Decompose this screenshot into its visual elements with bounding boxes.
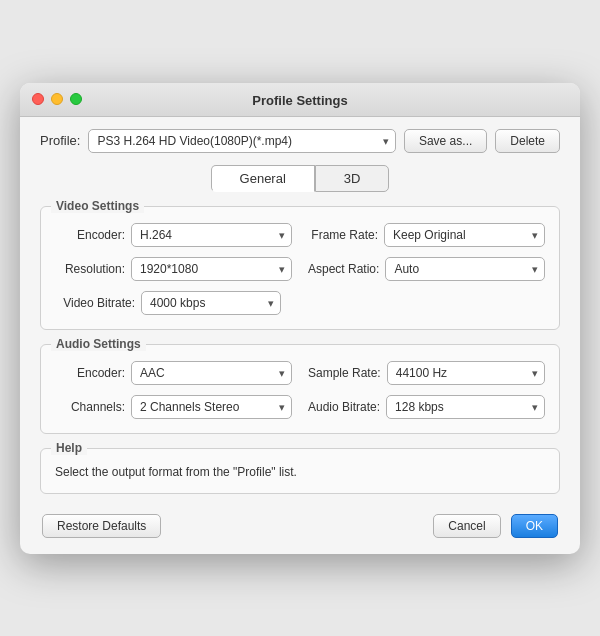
- audio-bitrate-select[interactable]: 128 kbps 64 kbps 192 kbps 256 kbps: [386, 395, 545, 419]
- encoder-select-wrapper: H.264 H.265 MPEG-4: [131, 223, 292, 247]
- window-title: Profile Settings: [252, 93, 347, 108]
- bottom-bar: Restore Defaults Cancel OK: [40, 514, 560, 538]
- resolution-select-wrapper: 1920*1080 1280*720 854*480: [131, 257, 292, 281]
- audio-encoder-select[interactable]: AAC MP3 WMA: [131, 361, 292, 385]
- audio-bitrate-select-wrapper: 128 kbps 64 kbps 192 kbps 256 kbps: [386, 395, 545, 419]
- video-settings-title: Video Settings: [51, 199, 144, 213]
- profile-select-wrapper: PS3 H.264 HD Video(1080P)(*.mp4): [88, 129, 395, 153]
- maximize-button[interactable]: [70, 93, 82, 105]
- encoder-label: Encoder:: [55, 228, 125, 242]
- resolution-select[interactable]: 1920*1080 1280*720 854*480: [131, 257, 292, 281]
- restore-defaults-button[interactable]: Restore Defaults: [42, 514, 161, 538]
- save-as-button[interactable]: Save as...: [404, 129, 487, 153]
- ok-button[interactable]: OK: [511, 514, 558, 538]
- video-bitrate-field-row: Video Bitrate: 4000 kbps 2000 kbps 1000 …: [55, 291, 545, 315]
- frame-rate-field-row: Frame Rate: Keep Original 30 60: [308, 223, 545, 247]
- profile-row: Profile: PS3 H.264 HD Video(1080P)(*.mp4…: [40, 129, 560, 153]
- help-text: Select the output format from the "Profi…: [55, 465, 545, 479]
- encoder-field-row: Encoder: H.264 H.265 MPEG-4: [55, 223, 292, 247]
- channels-select[interactable]: 2 Channels Stereo 1 Channel Mono: [131, 395, 292, 419]
- audio-settings-grid: Encoder: AAC MP3 WMA Sample Rate: 4: [55, 361, 545, 419]
- channels-label: Channels:: [55, 400, 125, 414]
- channels-select-wrapper: 2 Channels Stereo 1 Channel Mono: [131, 395, 292, 419]
- tab-3d[interactable]: 3D: [315, 165, 390, 192]
- traffic-lights: [32, 93, 82, 105]
- video-bitrate-select[interactable]: 4000 kbps 2000 kbps 1000 kbps: [141, 291, 281, 315]
- titlebar: Profile Settings: [20, 83, 580, 117]
- resolution-field-row: Resolution: 1920*1080 1280*720 854*480: [55, 257, 292, 281]
- video-bitrate-select-wrapper: 4000 kbps 2000 kbps 1000 kbps: [141, 291, 281, 315]
- cancel-button[interactable]: Cancel: [433, 514, 500, 538]
- frame-rate-select[interactable]: Keep Original 30 60: [384, 223, 545, 247]
- resolution-label: Resolution:: [55, 262, 125, 276]
- audio-bitrate-field-row: Audio Bitrate: 128 kbps 64 kbps 192 kbps…: [308, 395, 545, 419]
- profile-settings-window: Profile Settings Profile: PS3 H.264 HD V…: [20, 83, 580, 554]
- delete-button[interactable]: Delete: [495, 129, 560, 153]
- audio-encoder-field-row: Encoder: AAC MP3 WMA: [55, 361, 292, 385]
- sample-rate-select-wrapper: 44100 Hz 22050 Hz 48000 Hz: [387, 361, 545, 385]
- sample-rate-select[interactable]: 44100 Hz 22050 Hz 48000 Hz: [387, 361, 545, 385]
- audio-encoder-select-wrapper: AAC MP3 WMA: [131, 361, 292, 385]
- aspect-ratio-select[interactable]: Auto 4:3 16:9: [385, 257, 545, 281]
- audio-bitrate-label: Audio Bitrate:: [308, 400, 380, 414]
- aspect-ratio-select-wrapper: Auto 4:3 16:9: [385, 257, 545, 281]
- aspect-ratio-field-row: Aspect Ratio: Auto 4:3 16:9: [308, 257, 545, 281]
- profile-select[interactable]: PS3 H.264 HD Video(1080P)(*.mp4): [88, 129, 395, 153]
- sample-rate-field-row: Sample Rate: 44100 Hz 22050 Hz 48000 Hz: [308, 361, 545, 385]
- channels-field-row: Channels: 2 Channels Stereo 1 Channel Mo…: [55, 395, 292, 419]
- main-content: Profile: PS3 H.264 HD Video(1080P)(*.mp4…: [20, 117, 580, 554]
- frame-rate-label: Frame Rate:: [308, 228, 378, 242]
- close-button[interactable]: [32, 93, 44, 105]
- frame-rate-select-wrapper: Keep Original 30 60: [384, 223, 545, 247]
- tabs: General 3D: [40, 165, 560, 192]
- help-title: Help: [51, 441, 87, 455]
- audio-settings-title: Audio Settings: [51, 337, 146, 351]
- video-bitrate-label: Video Bitrate:: [55, 296, 135, 310]
- video-settings-section: Video Settings Encoder: H.264 H.265 MPEG…: [40, 206, 560, 330]
- audio-settings-section: Audio Settings Encoder: AAC MP3 WMA Sa: [40, 344, 560, 434]
- aspect-ratio-label: Aspect Ratio:: [308, 262, 379, 276]
- help-section: Help Select the output format from the "…: [40, 448, 560, 494]
- encoder-select[interactable]: H.264 H.265 MPEG-4: [131, 223, 292, 247]
- tab-general[interactable]: General: [211, 165, 315, 192]
- bottom-right-buttons: Cancel OK: [433, 514, 558, 538]
- audio-encoder-label: Encoder:: [55, 366, 125, 380]
- minimize-button[interactable]: [51, 93, 63, 105]
- sample-rate-label: Sample Rate:: [308, 366, 381, 380]
- video-settings-grid: Encoder: H.264 H.265 MPEG-4 Frame Rate:: [55, 223, 545, 315]
- profile-label: Profile:: [40, 133, 80, 148]
